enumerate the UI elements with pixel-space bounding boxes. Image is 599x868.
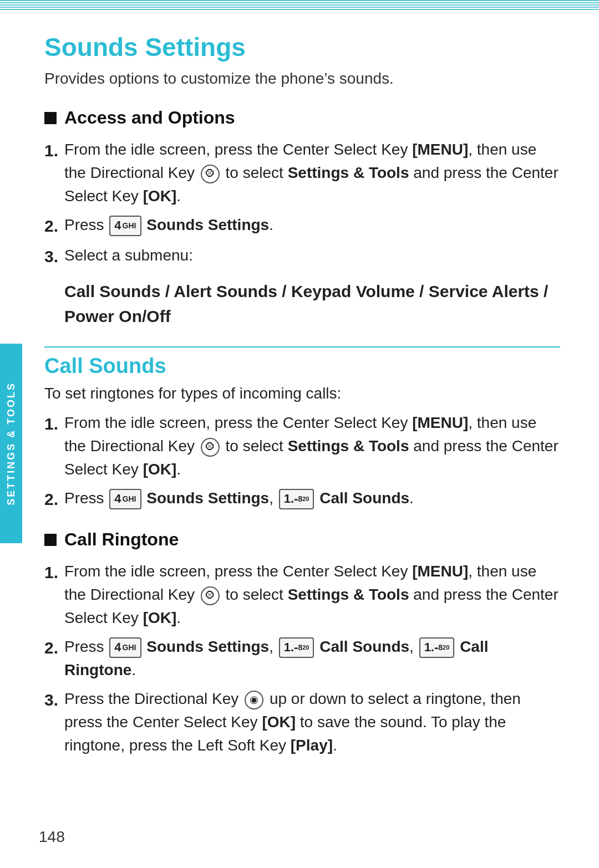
submenu-block: Call Sounds / Alert Sounds / Keypad Volu… [64, 279, 560, 329]
menu-key-cr1: [MENU] [412, 563, 468, 580]
settings-tools-cr1: Settings & Tools [288, 586, 409, 603]
menu-key-cs1: [MENU] [412, 414, 468, 431]
cr-step-1-content: From the idle screen, press the Center S… [64, 560, 560, 630]
cr-step-3-content: Press the Directional Key ◉ up or down t… [64, 687, 560, 757]
sidebar-label: SETTINGS & TOOLS [0, 344, 22, 543]
top-decorative-lines [0, 0, 599, 10]
access-options-list: 1. From the idle screen, press the Cente… [44, 138, 560, 269]
settings-tools-bold-1: Settings & Tools [288, 164, 409, 181]
cr-step-3: 3. Press the Directional Key ◉ up or dow… [44, 687, 560, 757]
cr-step-2-num: 2. [44, 635, 64, 660]
page-subtitle: Provides options to customize the phone’… [44, 70, 560, 88]
play-key-cr3: [Play] [291, 737, 333, 754]
heading-square-icon [44, 112, 57, 124]
call-ringtone-heading: Call Ringtone [44, 529, 560, 550]
heading-square-icon-cr [44, 534, 57, 546]
call-sounds-list: 1. From the idle screen, press the Cente… [44, 411, 560, 512]
ok-key-cr1: [OK] [143, 609, 177, 626]
call-sounds-section: Call Sounds To set ringtones for types o… [44, 346, 560, 512]
ok-key-1: [OK] [143, 187, 177, 205]
ok-key-cr3: [OK] [262, 713, 296, 731]
step-1-num: 1. [44, 138, 64, 163]
sidebar-label-text: SETTINGS & TOOLS [6, 382, 17, 506]
directional-key-icon-cr1: ⭙ [201, 586, 220, 605]
step-2-num: 2. [44, 213, 64, 238]
step-2-content: Press 4 GHI Sounds Settings. [64, 213, 560, 237]
access-options-section: Access and Options 1. From the idle scre… [44, 108, 560, 329]
call-sounds-step-2: 2. Press 4 GHI Sounds Settings, 1.-820 C… [44, 487, 560, 512]
step-3-num: 3. [44, 244, 64, 269]
key-1b-cr2: 1.-820 [419, 637, 455, 658]
key-4ghi-cr2: 4 GHI [109, 637, 141, 658]
sounds-settings-bold-1: Sounds Settings [146, 216, 269, 233]
directional-key-icon-1: ⭙ [201, 165, 220, 183]
cs-step-2-num: 2. [44, 487, 64, 512]
page-title: Sounds Settings [44, 32, 560, 62]
key-4ghi-1: 4 GHI [109, 216, 141, 236]
cr-step-3-num: 3. [44, 687, 64, 712]
call-sounds-desc: To set ringtones for types of incoming c… [44, 385, 560, 402]
main-content: Sounds Settings Provides options to cust… [0, 10, 599, 800]
call-ringtone-list: 1. From the idle screen, press the Cente… [44, 560, 560, 757]
access-step-3: 3. Select a submenu: [44, 244, 560, 269]
call-sounds-heading: Call Sounds [44, 354, 560, 378]
cs-step-1-num: 1. [44, 411, 64, 436]
key-1-cs2: 1.-820 [279, 489, 314, 509]
ok-key-cs1: [OK] [143, 461, 177, 478]
access-options-heading: Access and Options [44, 108, 560, 128]
menu-key-1: [MENU] [412, 141, 468, 158]
cr-step-2: 2. Press 4 GHI Sounds Settings, 1.-820 C… [44, 635, 560, 682]
cs-step-2-content: Press 4 GHI Sounds Settings, 1.-820 Call… [64, 487, 560, 510]
call-sounds-cs2: Call Sounds [319, 489, 409, 507]
access-step-2: 2. Press 4 GHI Sounds Settings. [44, 213, 560, 238]
call-sounds-step-1: 1. From the idle screen, press the Cente… [44, 411, 560, 481]
directional-key-icon-cr3: ◉ [245, 691, 263, 709]
cs-step-1-content: From the idle screen, press the Center S… [64, 411, 560, 481]
cr-step-1: 1. From the idle screen, press the Cente… [44, 560, 560, 630]
call-ringtone-section: Call Ringtone 1. From the idle screen, p… [44, 529, 560, 757]
step-3-content: Select a submenu: [64, 244, 560, 267]
cr-step-2-content: Press 4 GHI Sounds Settings, 1.-820 Call… [64, 635, 560, 682]
step-1-content: From the idle screen, press the Center S… [64, 138, 560, 208]
sounds-settings-cs2: Sounds Settings [146, 489, 269, 507]
key-4ghi-cs2: 4 GHI [109, 489, 141, 509]
key-1a-cr2: 1.-820 [279, 637, 314, 658]
access-step-1: 1. From the idle screen, press the Cente… [44, 138, 560, 208]
page-number: 148 [39, 828, 65, 846]
sounds-settings-cr2: Sounds Settings [146, 638, 269, 655]
directional-key-icon-cs1: ⭙ [201, 438, 220, 457]
settings-tools-cs1: Settings & Tools [288, 437, 409, 455]
call-sounds-cr2: Call Sounds [319, 638, 409, 655]
cr-step-1-num: 1. [44, 560, 64, 585]
